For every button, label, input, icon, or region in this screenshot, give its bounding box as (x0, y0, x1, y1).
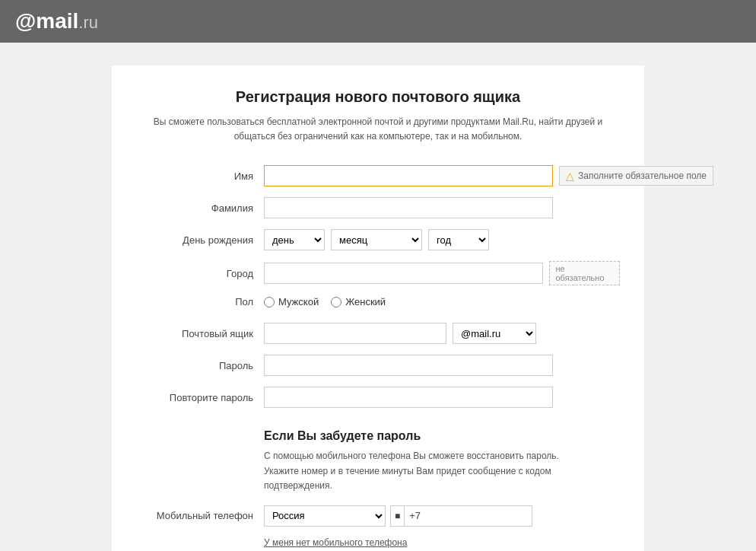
mobile-label: Мобильный телефон (142, 510, 264, 521)
surname-row: Фамилия (142, 197, 614, 218)
mobile-row: Мобильный телефон Россия ■ +7 (142, 505, 614, 527)
name-control-wrap: △ Заполните обязательное поле (264, 165, 713, 186)
optional-label: не обязательно (549, 261, 620, 285)
password-input[interactable] (264, 355, 553, 376)
logo-mail: mail (36, 9, 78, 33)
confirm-row: Повторите пароль (142, 387, 614, 408)
forgot-desc-line2: Укажите номер и в течение минуты Вам при… (264, 466, 551, 491)
confirm-input[interactable] (264, 387, 553, 408)
password-label: Пароль (142, 360, 264, 371)
mailbox-control-wrap: @mail.ru @inbox.ru @list.ru @bk.ru (264, 323, 614, 344)
city-input[interactable] (264, 263, 543, 284)
mailbox-row: Почтовый ящик @mail.ru @inbox.ru @list.r… (142, 323, 614, 344)
gender-female-radio[interactable] (331, 297, 341, 307)
surname-label: Фамилия (142, 202, 264, 214)
mobile-control-wrap: Россия ■ +7 (264, 505, 614, 527)
gender-male-label[interactable]: Мужской (264, 296, 319, 307)
logo-ru: .ru (78, 13, 98, 33)
gender-male-text: Мужской (278, 296, 319, 307)
birthday-control-wrap: день месяц год (264, 229, 614, 250)
radio-group: Мужской Женский (264, 296, 386, 307)
page-subtitle: Вы сможете пользоваться бесплатной элект… (142, 115, 614, 144)
surname-input[interactable] (264, 197, 553, 218)
logo: @mail.ru (15, 9, 98, 33)
no-phone-link[interactable]: У меня нет мобильного телефона (264, 537, 614, 548)
logo-at: @ (15, 9, 36, 33)
city-row: Город не обязательно (142, 261, 614, 285)
gender-control-wrap: Мужской Женский (264, 296, 614, 307)
warn-icon: △ (566, 170, 574, 182)
day-select[interactable]: день (264, 229, 325, 250)
domain-select[interactable]: @mail.ru @inbox.ru @list.ru @bk.ru (453, 323, 536, 344)
mailbox-input[interactable] (264, 323, 446, 344)
forgot-desc: С помощью мобильного телефона Вы сможете… (264, 449, 614, 493)
password-row: Пароль (142, 355, 614, 376)
confirm-control-wrap (264, 387, 614, 408)
name-input[interactable] (264, 165, 553, 186)
gender-row: Пол Мужской Женский (142, 296, 614, 307)
phone-row: Россия ■ +7 (264, 505, 532, 527)
forgot-title: Если Вы забудете пароль (264, 429, 614, 443)
gender-female-label[interactable]: Женский (331, 296, 386, 307)
gender-label: Пол (142, 296, 264, 307)
mailbox-label: Почтовый ящик (142, 328, 264, 339)
phone-number-input[interactable] (425, 506, 532, 526)
name-error-text: Заполните обязательное поле (578, 170, 707, 181)
gender-male-radio[interactable] (264, 297, 275, 307)
year-select[interactable]: год (428, 229, 489, 250)
surname-control-wrap (264, 197, 614, 218)
main-content: Регистрация нового почтового ящика Вы см… (112, 65, 644, 551)
password-control-wrap (264, 355, 614, 376)
phone-flag: ■ (391, 506, 405, 526)
country-select[interactable]: Россия (264, 505, 386, 527)
gender-female-text: Женский (345, 296, 386, 307)
birthday-label: День рождения (142, 234, 264, 246)
birthday-row: День рождения день месяц год (142, 229, 614, 250)
phone-code: +7 (405, 507, 425, 524)
header: @mail.ru (0, 0, 756, 43)
name-error-tooltip: △ Заполните обязательное поле (559, 166, 713, 186)
phone-input-wrap: ■ +7 (390, 505, 532, 527)
name-label: Имя (142, 170, 264, 182)
confirm-label: Повторите пароль (142, 392, 264, 403)
city-label: Город (142, 268, 264, 279)
city-control-wrap: не обязательно (264, 261, 620, 285)
forgot-desc-line1: С помощью мобильного телефона Вы сможете… (264, 451, 559, 461)
month-select[interactable]: месяц (331, 229, 422, 250)
page-title: Регистрация нового почтового ящика (142, 88, 614, 106)
name-row: Имя △ Заполните обязательное поле (142, 165, 614, 186)
